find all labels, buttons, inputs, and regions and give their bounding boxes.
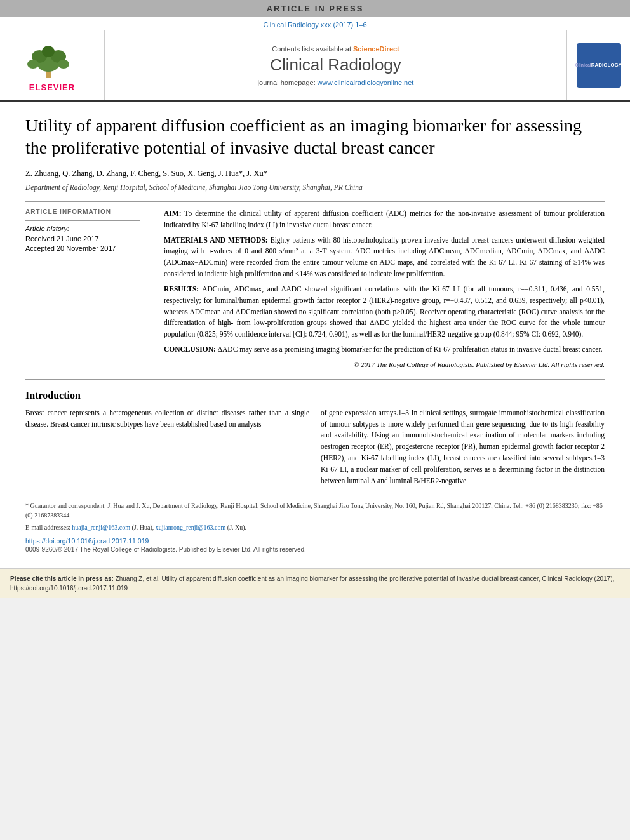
elsevier-logo-box: ELSEVIER [0,30,105,100]
homepage-label: journal homepage: [258,79,318,86]
authors-text: Z. Zhuang, Q. Zhang, D. Zhang, F. Cheng,… [25,169,267,178]
conclusion-head: CONCLUSION: [164,345,216,353]
article-info-label: ARTICLE INFORMATION [25,208,140,215]
intro-left-para: Breast cancer represents a heterogeneous… [25,408,309,430]
received-date: Received 21 June 2017 [25,235,140,243]
abstract-col: AIM: To determine the clinical utility o… [152,208,605,370]
intro-title: Introduction [25,390,605,401]
sciencedirect-label: Contents lists available at [272,45,353,53]
divider-1 [25,201,605,202]
conclusion-text: ΔADC may serve as a promising imaging bi… [218,345,603,353]
elsevier-tree-icon [23,39,81,80]
intro-right-col: of gene expression arrays.1–3 In clinica… [321,408,605,491]
intro-right-text: of gene expression arrays.1–3 In clinica… [321,409,605,484]
journal-ref-line: Clinical Radiology xxx (2017) 1–6 [0,17,630,30]
svg-point-6 [58,60,69,69]
article-title: Utility of apparent diffusion coefficien… [25,114,605,159]
abstract-results: RESULTS: ADCmin, ADCmax, and ΔADC showed… [164,284,605,340]
doi-text: https://doi.org/10.1016/j.crad.2017.11.0… [25,537,149,545]
intro-left-text: Breast cancer represents a heterogeneous… [25,409,309,428]
email2-name: (J. Xu). [227,524,246,531]
aim-text: To determine the clinical utility of app… [164,210,605,229]
copyright-line: © 2017 The Royal College of Radiologists… [164,359,605,370]
sciencedirect-link[interactable]: ScienceDirect [353,45,399,53]
ref-line-text: Clinical Radiology xxx (2017) 1–6 [263,21,366,29]
radiology-logo-img: Clinical RADIOLOGY [577,43,621,88]
authors-line: Z. Zhuang, Q. Zhang, D. Zhang, F. Cheng,… [25,169,605,178]
article-content: Utility of apparent diffusion coefficien… [0,102,630,559]
mm-head: MATERIALS AND METHODS: [164,236,268,244]
intro-left-col: Breast cancer represents a heterogeneous… [25,408,309,491]
abstract-aim: AIM: To determine the clinical utility o… [164,208,605,231]
email1-link[interactable]: huajia_renji@163.com [72,524,130,531]
affiliation-line: Department of Radiology, Renji Hospital,… [25,183,605,191]
results-text: ADCmin, ADCmax, and ΔADC showed signific… [164,285,605,338]
intro-right-para: of gene expression arrays.1–3 In clinica… [321,408,605,487]
aim-head: AIM: [164,210,181,217]
divider-info [25,220,140,221]
banner-text: ARTICLE IN PRESS [267,4,364,13]
page: ARTICLE IN PRESS Clinical Radiology xxx … [0,0,630,598]
svg-point-4 [42,46,55,57]
history-label: Article history: [25,225,140,232]
journal-header: Clinical Radiology xxx (2017) 1–6 ELSEVI… [0,17,630,102]
doi-line[interactable]: https://doi.org/10.1016/j.crad.2017.11.0… [25,537,605,545]
divider-2 [25,379,605,380]
svg-point-5 [27,60,39,69]
abstract-conclusion: CONCLUSION: ΔADC may serve as a promisin… [164,344,605,356]
sciencedirect-line: Contents lists available at ScienceDirec… [272,45,399,53]
journal-main-header: ELSEVIER Contents lists available at Sci… [0,30,630,100]
intro-body: Breast cancer represents a heterogeneous… [25,408,605,491]
email2-link[interactable]: xujianrong_renji@163.com [156,524,226,531]
guarantor-text: * Guarantor and correspondent: J. Hua an… [25,502,603,519]
results-head: RESULTS: [164,285,199,293]
abstract-text: AIM: To determine the clinical utility o… [164,208,605,370]
citation-bar: Please cite this article in press as: Zh… [0,568,630,598]
email-note: E-mail addresses: huajia_renji@163.com (… [25,523,605,532]
radiology-logo-box: Clinical RADIOLOGY [566,30,630,100]
issn-text: 0009-9260/© 2017 The Royal College of Ra… [25,546,306,553]
article-info-col: ARTICLE INFORMATION Article history: Rec… [25,208,152,370]
journal-center: Contents lists available at ScienceDirec… [105,30,566,100]
email1-name: (J. Hua), [132,524,156,531]
guarantor-note: * Guarantor and correspondent: J. Hua an… [25,501,605,520]
issn-line: 0009-9260/© 2017 The Royal College of Ra… [25,546,605,553]
email-label: E-mail addresses: [25,524,72,531]
accepted-date: Accepted 20 November 2017 [25,244,140,252]
abstract-mm: MATERIALS AND METHODS: Eighty patients w… [164,235,605,280]
homepage-link[interactable]: www.clinicalradiologyonline.net [318,79,414,86]
citation-please-label: Please cite this article in press as: [10,575,116,582]
journal-homepage-line: journal homepage: www.clinicalradiologyo… [258,79,414,86]
footnote-section: * Guarantor and correspondent: J. Hua an… [25,497,605,532]
elsevier-label: ELSEVIER [29,83,75,92]
intro-section: Introduction Breast cancer represents a … [25,390,605,491]
article-in-press-banner: ARTICLE IN PRESS [0,0,630,17]
abstract-section: ARTICLE INFORMATION Article history: Rec… [25,208,605,370]
journal-title: Clinical Radiology [270,55,401,75]
